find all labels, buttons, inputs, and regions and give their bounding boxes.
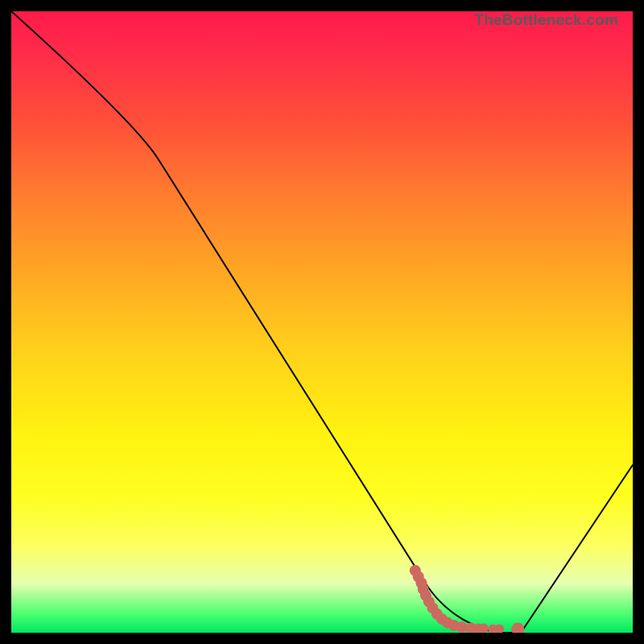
bottleneck-curve [11,11,633,633]
chart-frame: TheBottleneck.com [0,0,644,644]
plot-area: TheBottleneck.com [11,11,633,633]
highlight-point [511,622,524,633]
chart-svg [11,11,633,633]
